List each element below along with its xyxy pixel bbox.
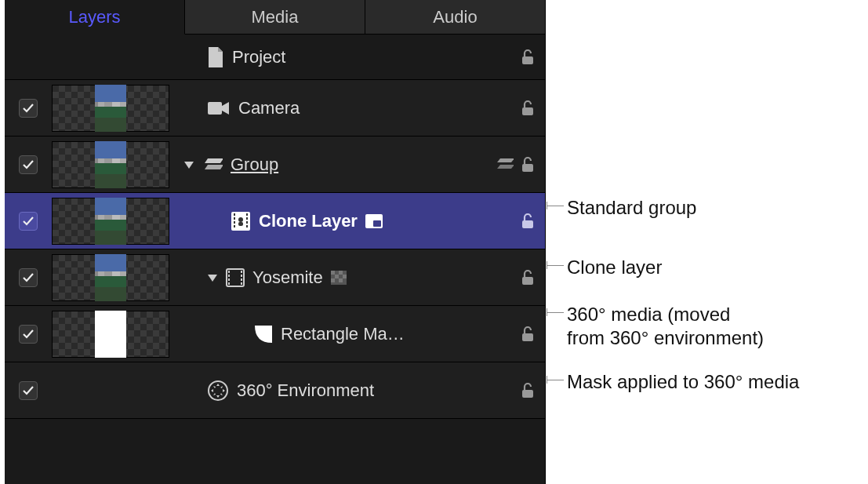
lock-icon[interactable] (518, 48, 537, 67)
svg-rect-33 (339, 278, 343, 282)
layers-stack-icon (495, 158, 514, 172)
row-clone-layer[interactable]: Clone Layer (5, 193, 545, 249)
group-label: Group (231, 155, 278, 175)
camera-icon (207, 100, 231, 117)
row-project[interactable]: Project (5, 35, 545, 80)
visibility-checkbox[interactable] (19, 99, 38, 118)
layers-list: Project (5, 35, 545, 419)
visibility-checkbox[interactable] (19, 268, 38, 287)
svg-rect-7 (234, 221, 235, 224)
svg-rect-25 (241, 278, 242, 281)
clone-layer-label: Clone Layer (259, 211, 358, 231)
svg-rect-1 (208, 102, 222, 115)
svg-rect-12 (246, 225, 248, 227)
tab-layers[interactable]: Layers (5, 0, 185, 35)
svg-rect-28 (331, 271, 335, 275)
svg-rect-29 (339, 271, 343, 275)
svg-rect-31 (343, 275, 347, 278)
project-label: Project (232, 47, 285, 67)
filmstrip-icon (226, 268, 245, 287)
svg-rect-2 (522, 107, 533, 115)
360-globe-icon (207, 380, 229, 402)
row-yosemite[interactable]: Yosemite (5, 249, 545, 306)
svg-rect-26 (241, 282, 242, 285)
lock-icon[interactable] (518, 325, 537, 344)
svg-rect-17 (522, 220, 533, 228)
svg-rect-24 (241, 275, 242, 277)
svg-rect-23 (241, 271, 242, 273)
svg-rect-32 (331, 278, 335, 282)
svg-rect-0 (522, 56, 533, 64)
svg-rect-19 (228, 271, 230, 273)
visibility-checkbox[interactable] (19, 212, 38, 231)
svg-rect-6 (234, 217, 235, 220)
layers-panel: Layers Media Audio Project (5, 0, 546, 484)
layer-thumbnail (52, 85, 169, 132)
layers-stack-icon (202, 157, 223, 173)
svg-rect-36 (522, 333, 533, 341)
annotation-360-media: 360° media (moved from 360° environment) (567, 303, 764, 350)
rectangle-mask-label: Rectangle Ma… (281, 324, 405, 344)
360-environment-label: 360° Environment (237, 380, 374, 401)
svg-rect-9 (246, 213, 248, 216)
svg-rect-5 (234, 213, 235, 216)
lock-icon[interactable] (518, 99, 537, 118)
lock-icon[interactable] (518, 155, 537, 174)
lock-icon[interactable] (518, 381, 537, 400)
svg-rect-3 (522, 164, 533, 172)
layer-thumbnail (52, 141, 169, 188)
tab-audio[interactable]: Audio (365, 0, 545, 35)
annotation-clone-layer: Clone layer (567, 256, 662, 279)
clone-filmstrip-icon (231, 211, 251, 231)
panel-tabs: Layers Media Audio (5, 0, 545, 35)
layer-thumbnail (52, 198, 169, 245)
annotation-mask-applied: Mask applied to 360° media (567, 370, 799, 394)
svg-rect-14 (238, 222, 243, 226)
disclosure-triangle-icon[interactable] (183, 159, 194, 170)
file-icon (207, 47, 224, 67)
svg-rect-16 (373, 220, 381, 227)
row-camera[interactable]: Camera (5, 80, 545, 136)
clone-badge-icon (365, 214, 383, 228)
visibility-checkbox[interactable] (19, 155, 38, 174)
row-group[interactable]: Group (5, 136, 545, 193)
svg-rect-10 (246, 217, 248, 220)
svg-rect-8 (234, 225, 235, 227)
svg-rect-34 (522, 277, 533, 285)
lock-icon[interactable] (518, 212, 537, 231)
svg-rect-21 (228, 278, 230, 281)
yosemite-label: Yosemite (252, 267, 323, 288)
row-360-environment[interactable]: 360° Environment (5, 362, 545, 419)
svg-rect-20 (228, 275, 230, 277)
lock-icon[interactable] (518, 268, 537, 287)
camera-label: Camera (238, 98, 300, 118)
visibility-checkbox[interactable] (19, 381, 38, 400)
svg-rect-38 (522, 390, 533, 398)
mask-badge-icon (331, 271, 347, 285)
svg-rect-11 (246, 221, 248, 224)
svg-rect-30 (335, 275, 339, 278)
layer-thumbnail (52, 254, 169, 301)
svg-rect-22 (228, 282, 230, 285)
row-rectangle-mask[interactable]: Rectangle Ma… (5, 306, 545, 362)
layer-thumbnail (52, 311, 169, 358)
annotation-standard-group: Standard group (567, 196, 696, 220)
svg-point-13 (238, 217, 243, 222)
disclosure-triangle-icon[interactable] (207, 272, 218, 283)
visibility-checkbox[interactable] (19, 325, 38, 344)
mask-shape-icon (254, 325, 273, 344)
tab-media[interactable]: Media (185, 0, 365, 35)
